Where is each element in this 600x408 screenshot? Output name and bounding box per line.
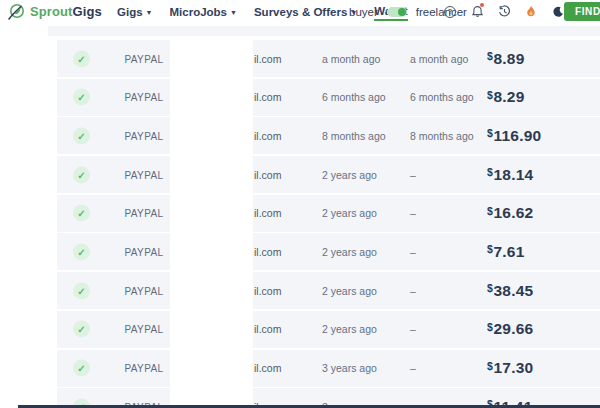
amount: $8.89 [487, 50, 525, 68]
notification-dot [480, 3, 484, 7]
email-suffix: il.com [254, 285, 281, 297]
bottom-divider-bar [18, 405, 600, 408]
payment-method: PAYPAL [114, 130, 174, 141]
nav-item-surveys-offers[interactable]: Surveys & Offers▼ [254, 6, 357, 18]
payment-method: PAYPAL [114, 53, 174, 64]
email-suffix: il.com [254, 169, 281, 181]
streak-flame-icon[interactable] [524, 5, 538, 19]
transaction-row[interactable]: PAYPAL il.com 2 years ago – $16.62 [57, 195, 600, 232]
payment-method: PAYPAL [114, 324, 174, 335]
transaction-row[interactable]: PAYPAL il.com 2 years ago – $29.66 [57, 311, 600, 348]
help-icon[interactable]: ? [443, 5, 457, 19]
transaction-row[interactable]: PAYPAL il.com 2 years ago – $38.45 [57, 272, 600, 309]
amount: $116.90 [487, 127, 541, 145]
currency-symbol: $ [487, 50, 493, 62]
date-created: 3 years ago [322, 362, 407, 374]
date-created: 8 months ago [322, 130, 407, 142]
date-processed: – [410, 207, 490, 219]
payment-method: PAYPAL [114, 285, 174, 296]
success-check-icon [73, 360, 90, 377]
payment-method: PAYPAL [114, 246, 174, 257]
payment-method: PAYPAL [114, 363, 174, 374]
date-created: 2 years ago [322, 285, 407, 297]
history-icon[interactable] [497, 5, 511, 19]
amount: $17.30 [487, 359, 533, 377]
payment-method: PAYPAL [114, 92, 174, 103]
success-check-icon [73, 127, 90, 144]
success-check-icon [73, 50, 90, 67]
transaction-row[interactable]: PAYPAL il.com 6 months ago 6 months ago … [57, 79, 600, 116]
currency-symbol: $ [487, 205, 493, 217]
find-button[interactable]: FIND [564, 2, 600, 21]
toggle-knob [398, 8, 406, 16]
amount: $29.66 [487, 320, 533, 338]
date-created: 6 months ago [322, 91, 407, 103]
amount: $8.29 [487, 88, 525, 106]
dark-mode-moon-icon[interactable] [551, 5, 565, 19]
date-processed: a month ago [410, 53, 490, 65]
nav-item-microjobs[interactable]: MicroJobs▼ [170, 6, 237, 18]
transaction-row[interactable]: PAYPAL il.com 2 years ago – $7.61 [57, 233, 600, 270]
buyer-label[interactable]: buyer [349, 6, 378, 18]
success-check-icon [73, 243, 90, 260]
chevron-down-icon: ▼ [230, 9, 237, 16]
currency-symbol: $ [487, 360, 493, 372]
email-suffix: il.com [254, 362, 281, 374]
success-check-icon [73, 321, 90, 338]
notifications-bell-icon[interactable] [470, 5, 484, 19]
date-processed: – [410, 169, 490, 181]
success-check-icon [73, 282, 90, 299]
date-processed: – [410, 285, 490, 297]
date-processed: 8 months ago [410, 130, 490, 142]
transaction-row[interactable]: PAYPAL il.com 8 months ago 8 months ago … [57, 117, 600, 154]
amount: $7.61 [487, 243, 525, 261]
email-suffix: il.com [254, 323, 281, 335]
table-header-strip [48, 26, 600, 36]
date-processed: 6 months ago [410, 91, 490, 103]
payment-method: PAYPAL [114, 169, 174, 180]
currency-symbol: $ [487, 89, 493, 101]
email-suffix: il.com [254, 53, 281, 65]
currency-symbol: $ [487, 321, 493, 333]
top-navbar: SproutGigs Gigs▼ MicroJobs▼ Surveys & Of… [0, 0, 600, 23]
date-processed: – [410, 362, 490, 374]
transaction-row[interactable]: PAYPAL il.com 2 years ago – $18.14 [57, 156, 600, 193]
redaction-block [170, 38, 253, 408]
date-created: 2 years ago [322, 207, 407, 219]
amount: $18.14 [487, 166, 533, 184]
leaf-logo-icon [8, 3, 25, 20]
email-suffix: il.com [254, 207, 281, 219]
success-check-icon [73, 205, 90, 222]
success-check-icon [73, 89, 90, 106]
date-created: 2 years ago [322, 323, 407, 335]
success-check-icon [73, 166, 90, 183]
email-suffix: il.com [254, 246, 281, 258]
date-created: 2 years ago [322, 246, 407, 258]
sproutgigs-logo[interactable]: SproutGigs [8, 3, 102, 20]
email-suffix: il.com [254, 130, 281, 142]
amount: $38.45 [487, 282, 533, 300]
date-processed: – [410, 323, 490, 335]
transaction-row[interactable]: PAYPAL il.com 3 years ago – $17.30 [57, 350, 600, 387]
currency-symbol: $ [487, 166, 493, 178]
logo-text: SproutGigs [30, 4, 102, 19]
header-icons: ? [443, 0, 565, 23]
date-created: a month ago [322, 53, 407, 65]
buyer-freelancer-toggle[interactable] [387, 7, 407, 17]
nav-item-gigs[interactable]: Gigs▼ [117, 6, 153, 18]
transactions-table: PAYPAL il.com a month ago a month ago $8… [57, 40, 600, 408]
amount: $16.62 [487, 204, 533, 222]
currency-symbol: $ [487, 243, 493, 255]
date-created: 2 years ago [322, 169, 407, 181]
date-processed: – [410, 246, 490, 258]
chevron-down-icon: ▼ [146, 9, 153, 16]
payment-method: PAYPAL [114, 208, 174, 219]
transaction-row[interactable]: PAYPAL il.com a month ago a month ago $8… [57, 40, 600, 77]
currency-symbol: $ [487, 282, 493, 294]
currency-symbol: $ [487, 127, 493, 139]
email-suffix: il.com [254, 91, 281, 103]
